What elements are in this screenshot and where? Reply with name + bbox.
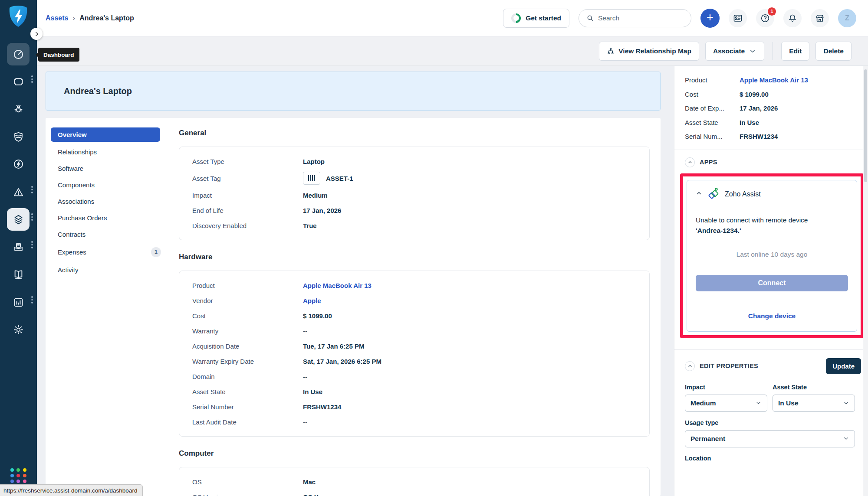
field-value-text: Apple xyxy=(303,297,321,304)
field-value-text: Tue, 17 Jan 6:25 PM xyxy=(303,343,364,350)
asset-state-select[interactable]: In Use xyxy=(773,395,855,412)
apps-collapse-button[interactable] xyxy=(685,157,695,167)
impact-value: Medium xyxy=(690,399,716,407)
field-value: Sat, 17 Jan, 2026 6:25 PM xyxy=(303,358,381,365)
global-search[interactable] xyxy=(579,9,691,27)
ticket-icon xyxy=(13,76,24,88)
field-label: End of Life xyxy=(192,207,303,214)
usage-type-select[interactable]: Permanent xyxy=(685,430,855,447)
tab-item[interactable]: Software xyxy=(46,160,169,176)
view-relationship-map-button[interactable]: View Relationship Map xyxy=(599,42,699,61)
zoho-assist-card: Zoho Assist Unable to connect with remot… xyxy=(687,180,857,332)
edit-properties-collapse-button[interactable] xyxy=(685,361,695,371)
chevron-up-circle-icon xyxy=(687,160,693,165)
sidebar-item-settings[interactable] xyxy=(7,324,30,336)
zoho-collapse-button[interactable] xyxy=(696,190,702,198)
change-device-link[interactable]: Change device xyxy=(696,312,848,320)
field-value: -- xyxy=(303,327,307,335)
tab-item[interactable]: Associations xyxy=(46,193,169,209)
tab-item[interactable]: Activity xyxy=(46,261,169,278)
field-value-text: Medium xyxy=(303,192,328,199)
section-heading-general: General xyxy=(179,128,650,138)
toolbar-divider xyxy=(773,42,773,60)
section-heading-hardware: Hardware xyxy=(179,252,650,262)
zoho-error-message: Unable to connect with remote device 'An… xyxy=(696,215,848,236)
apps-section-header: APPS xyxy=(674,150,868,173)
tab-item[interactable]: Contracts xyxy=(46,226,169,242)
sidebar-item-problems[interactable] xyxy=(7,104,30,115)
sidebar-item-analytics[interactable] xyxy=(7,297,30,308)
field-label: Vendor xyxy=(192,297,303,304)
field-value-text: -- xyxy=(303,418,307,426)
marketplace-button[interactable] xyxy=(811,9,829,27)
sidebar-item-alerts[interactable] xyxy=(7,186,30,198)
sidebar-expand-button[interactable] xyxy=(30,28,43,40)
zoho-assist-logo-icon xyxy=(707,187,720,201)
assets-kebab-menu[interactable] xyxy=(30,213,34,221)
app-switcher-icon[interactable] xyxy=(10,468,27,483)
field-label: Serial Number xyxy=(192,403,303,411)
chevron-down-icon xyxy=(749,47,756,55)
impact-label: Impact xyxy=(685,384,767,391)
sidebar-item-assets[interactable] xyxy=(7,208,30,231)
tickets-kebab-menu[interactable] xyxy=(30,75,34,83)
field-row: Impact Medium xyxy=(192,190,641,200)
breadcrumb-assets-link[interactable]: Assets xyxy=(46,14,68,22)
sidebar-item-knowledge-base[interactable] xyxy=(7,269,30,281)
summary-value: FRSHW1234 xyxy=(740,133,778,140)
field-row: Cost $ 1099.00 xyxy=(192,311,641,320)
tab-item[interactable]: Purchase Orders xyxy=(46,209,169,226)
notifications-button[interactable] xyxy=(783,9,802,27)
tab-item[interactable]: Components xyxy=(46,176,169,193)
sidebar-item-changes[interactable] xyxy=(7,131,30,143)
create-new-button[interactable]: + xyxy=(700,9,720,28)
page-title: Andrea's Laptop xyxy=(64,86,132,96)
storefront-icon xyxy=(815,13,825,23)
delete-button[interactable]: Delete xyxy=(815,42,852,61)
get-started-button[interactable]: Get started xyxy=(503,9,569,28)
field-value-text: Sat, 17 Jan, 2026 6:25 PM xyxy=(303,358,381,365)
solutions-kebab-menu[interactable] xyxy=(30,241,34,248)
usage-type-label: Usage type xyxy=(685,419,855,426)
scrollbar-thumb[interactable] xyxy=(864,69,867,182)
contacts-button[interactable] xyxy=(729,9,747,27)
zoho-device-name: 'Andrea-1234.' xyxy=(696,227,741,234)
tab-item[interactable]: Overview xyxy=(51,127,160,142)
field-value-text: In Use xyxy=(303,388,322,395)
help-button[interactable]: 1 xyxy=(756,9,774,27)
tab-badge: 1 xyxy=(151,247,161,257)
field-label: Warranty xyxy=(192,327,303,335)
alerts-kebab-menu[interactable] xyxy=(30,186,34,193)
sidebar-item-dashboard[interactable] xyxy=(7,43,30,65)
search-input[interactable] xyxy=(598,14,672,22)
sidebar-item-tickets[interactable] xyxy=(7,76,30,88)
sidebar-item-releases[interactable] xyxy=(7,158,30,170)
sidebar-item-solutions[interactable] xyxy=(7,241,30,253)
status-url: https://freshservice.assist-domain.com/a… xyxy=(3,487,137,494)
bar-chart-icon xyxy=(13,297,24,308)
associate-button[interactable]: Associate xyxy=(705,42,764,61)
field-value: In Use xyxy=(303,388,322,395)
field-value: 17 Jan, 2026 xyxy=(303,207,341,214)
tab-item[interactable]: Relationships xyxy=(46,144,169,160)
tab-list: Overview Relationships Software Componen… xyxy=(46,118,169,496)
chevron-up-circle-icon xyxy=(687,363,693,369)
layers-assets-icon xyxy=(13,214,24,225)
dashboard-tooltip: Dashboard xyxy=(38,48,79,62)
summary-label: Product xyxy=(685,76,740,84)
impact-select[interactable]: Medium xyxy=(685,395,767,412)
user-avatar[interactable]: Z xyxy=(838,9,856,27)
analytics-kebab-menu[interactable] xyxy=(30,296,34,303)
edit-button[interactable]: Edit xyxy=(781,42,809,61)
progress-ring-icon xyxy=(511,13,521,23)
connect-button[interactable]: Connect xyxy=(696,275,848,291)
field-row: Asset Tag ASSET-1 xyxy=(192,172,641,185)
field-row: Warranty Expiry Date Sat, 17 Jan, 2026 6… xyxy=(192,356,641,366)
tab-label: Activity xyxy=(58,266,79,274)
field-row: End of Life 17 Jan, 2026 xyxy=(192,206,641,215)
chevron-up-icon xyxy=(696,190,702,196)
tab-item[interactable]: Expenses 1 xyxy=(46,242,169,261)
update-button[interactable]: Update xyxy=(826,358,861,374)
contact-card-icon xyxy=(733,13,743,23)
freshservice-logo-icon[interactable] xyxy=(7,4,30,29)
